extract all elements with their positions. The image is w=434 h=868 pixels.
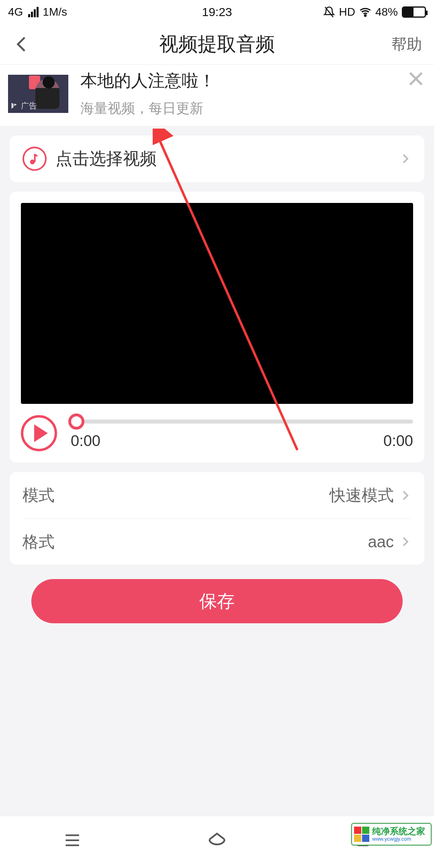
hd-label: HD — [339, 6, 355, 18]
music-icon — [23, 147, 47, 171]
ad-title: 本地的人注意啦！ — [80, 70, 426, 92]
play-button[interactable] — [21, 415, 57, 451]
time-total: 0:00 — [383, 432, 413, 450]
wifi-icon — [359, 6, 371, 18]
ad-subtitle: 海量视频，每日更新 — [80, 99, 426, 118]
progress-knob[interactable] — [68, 414, 84, 430]
select-video-label: 点击选择视频 — [55, 147, 157, 170]
mode-value: 快速模式 — [330, 484, 394, 506]
settings-card: 模式 快速模式 格式 aac — [10, 472, 424, 565]
speed-label: 1M/s — [43, 6, 67, 18]
mode-row[interactable]: 模式 快速模式 — [23, 472, 411, 518]
page-title: 视频提取音频 — [159, 31, 275, 57]
play-icon — [34, 424, 48, 442]
format-row[interactable]: 格式 aac — [23, 518, 411, 565]
back-icon[interactable] — [12, 34, 32, 54]
network-label: 4G — [8, 6, 23, 18]
battery-pct: 48% — [375, 6, 398, 18]
close-icon[interactable] — [406, 69, 426, 89]
home-icon[interactable] — [203, 830, 231, 850]
status-left: 4G 1M/s — [8, 6, 67, 18]
watermark: 纯净系统之家 www.ycwgjy.com — [351, 823, 432, 845]
mute-icon — [323, 6, 335, 18]
ad-text: 本地的人注意啦！ 海量视频，每日更新 — [80, 70, 426, 118]
video-preview[interactable] — [21, 203, 413, 404]
help-button[interactable]: 帮助 — [391, 34, 422, 55]
format-label: 格式 — [23, 531, 55, 553]
chevron-right-icon — [399, 153, 411, 165]
select-video-row[interactable]: 点击选择视频 — [10, 135, 424, 182]
ad-banner[interactable]: 广告 本地的人注意啦！ 海量视频，每日更新 — [0, 64, 434, 126]
top-nav: 视频提取音频 帮助 — [0, 24, 434, 64]
menu-icon[interactable] — [58, 830, 86, 850]
status-right: HD 48% — [323, 6, 426, 18]
svg-point-1 — [364, 15, 366, 16]
player-row: 0:00 0:00 — [21, 415, 413, 451]
signal-icon — [28, 7, 39, 17]
watermark-line1: 纯净系统之家 — [372, 827, 425, 836]
status-time: 19:23 — [202, 5, 232, 19]
watermark-line2: www.ycwgjy.com — [372, 836, 425, 842]
chevron-right-icon — [399, 489, 411, 502]
status-bar: 4G 1M/s 19:23 HD 48% — [0, 0, 434, 24]
watermark-icon — [354, 826, 370, 842]
save-button[interactable]: 保存 — [31, 579, 403, 623]
ad-thumbnail: 广告 — [8, 75, 68, 113]
format-value: aac — [368, 533, 394, 551]
battery-icon — [402, 6, 426, 18]
ad-tag: 广告 — [10, 100, 37, 111]
mode-label: 模式 — [23, 484, 55, 506]
chevron-right-icon — [399, 536, 411, 548]
progress-slider[interactable] — [71, 420, 413, 424]
preview-card: 0:00 0:00 — [10, 192, 424, 463]
time-current: 0:00 — [71, 432, 100, 450]
